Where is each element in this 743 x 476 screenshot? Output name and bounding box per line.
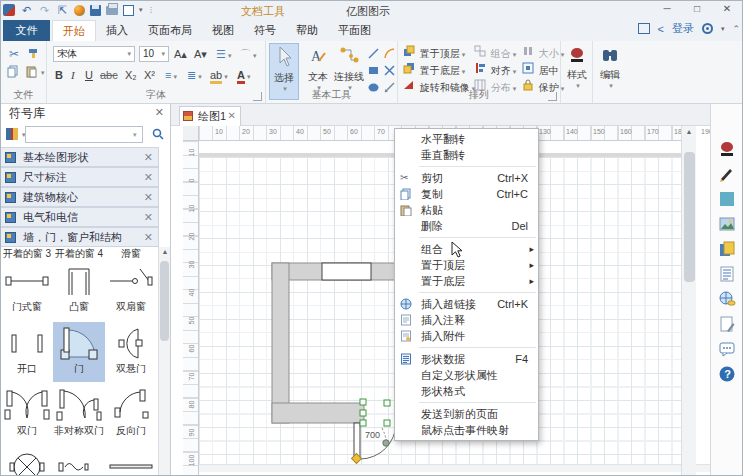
share-icon[interactable]: < [658,23,664,35]
login-link[interactable]: 登录 [672,21,694,36]
symbol-double-hung-door[interactable]: 双悬门 [105,322,157,382]
note-list-icon[interactable] [718,265,736,283]
menu-item-粘贴[interactable]: 粘贴 [395,202,538,218]
hyperlink-icon[interactable] [718,290,736,308]
canvas-horizontal-scrollbar[interactable] [199,464,724,472]
text-arc-icon[interactable]: ⌒▾ [240,46,257,62]
library-close-icon[interactable]: ✕ [144,228,153,246]
symbol-window-caps[interactable]: 门式窗 [1,260,53,320]
font-size-select[interactable]: 10▾ [139,46,169,62]
font-name-select[interactable]: 宋体▾ [53,46,135,62]
door-rotation-handle[interactable] [383,440,389,446]
tab-符号[interactable]: 符号 [244,20,286,41]
subscript-button[interactable]: X₂ [125,67,137,83]
print-preview-icon[interactable] [123,5,134,16]
library-item[interactable]: 尺寸标注✕ [1,167,159,187]
canvas-scroll-up-icon[interactable]: ▲ [683,128,695,135]
help-icon[interactable]: ? [718,365,736,383]
scroll-up-icon[interactable]: ▲ [159,248,171,255]
tab-页面布局[interactable]: 页面布局 [138,20,202,41]
library-item[interactable]: 基本绘图形状✕ [1,147,159,167]
search-history-dropdown-icon[interactable]: ▾ [133,131,137,139]
tab-插入[interactable]: 插入 [96,20,138,41]
tab-file[interactable]: 文件 [3,20,50,41]
italic-button[interactable]: I [71,67,75,83]
bullet-list-icon[interactable]: ≣▾ [187,67,202,83]
library-item[interactable]: 墙，门，窗户和结构✕ [1,227,159,247]
menu-item-组合[interactable]: 组合▸ [395,241,538,257]
symbol-opening[interactable]: 开口 [1,322,53,382]
library-close-icon[interactable]: ✕ [144,188,153,206]
highlight-icon[interactable]: ab▾ [210,67,228,83]
symbol-search-input[interactable] [25,126,143,143]
align-button[interactable]: 对齐▾ [474,62,516,77]
align-text-icon[interactable]: ☰▾ [216,46,231,62]
numbered-list-icon[interactable]: ≡▾ [165,67,177,83]
menu-item-插入注释[interactable]: 插入注释 [395,312,538,328]
canvas-scroll-thumb[interactable] [684,152,695,282]
collapse-ribbon-icon[interactable]: ⌃ [732,24,740,34]
library-close-icon[interactable]: ✕ [144,168,153,186]
tab-平面图[interactable]: 平面图 [328,20,381,41]
style-button[interactable]: 样式▾ [562,43,592,100]
symbol-wall-line[interactable] [105,446,157,476]
grow-font-icon[interactable]: A▴ [174,46,187,62]
customize-qat-icon[interactable]: ⋮ [148,6,155,14]
comment-icon[interactable] [718,340,736,358]
library-close-icon[interactable]: ✕ [144,148,153,166]
font-dialog-launcher[interactable] [253,92,262,101]
menu-item-删除[interactable]: 删除Del [395,218,538,234]
menu-item-垂直翻转[interactable]: 垂直翻转 [395,147,538,163]
paste-icon[interactable] [25,65,38,78]
search-icon[interactable] [152,128,164,140]
cut-icon[interactable]: ✂ [9,47,19,61]
format-painter-icon[interactable] [27,47,40,60]
library-item[interactable]: 电气和电信✕ [1,207,159,227]
upgrade-sphere-icon[interactable] [74,5,85,16]
line-tool-icon[interactable] [367,47,380,60]
symbol-door[interactable]: 门 [53,322,105,382]
maximize-button[interactable]: □ [682,1,712,17]
undo-icon[interactable]: ↶ [20,4,33,17]
document-tab-close-icon[interactable]: ✕ [228,107,236,125]
symbol-pocket-door[interactable] [53,446,105,476]
copy-icon[interactable] [7,65,20,78]
fill-color-icon[interactable] [718,190,736,208]
tab-视图[interactable]: 视图 [202,20,244,41]
symbol-asym-double-door[interactable]: 非对称双门 [53,384,105,444]
background-icon[interactable] [718,240,736,258]
redo-icon[interactable]: ↷ [38,4,51,17]
import-icon[interactable]: ⇱ [56,4,69,17]
arc-tool-icon[interactable] [383,47,396,60]
menu-item-发送到新的页面[interactable]: 发送到新的页面 [395,406,538,422]
menu-item-插入附件[interactable]: 插入附件 [395,328,538,344]
gear-dropdown-icon[interactable]: ▾ [721,25,725,33]
sidebar-scrollbar[interactable]: ▲ [158,247,170,476]
selection-handles[interactable] [360,399,390,426]
menu-item-自定义形状属性[interactable]: 自定义形状属性 [395,367,538,383]
send-to-back-button[interactable]: 置于底层▾ [403,62,465,77]
menu-item-鼠标点击事件映射[interactable]: 鼠标点击事件映射 [395,422,538,438]
symbol-reverse-door[interactable]: 反向门 [105,384,157,444]
tab-开始[interactable]: 开始 [52,20,96,41]
superscript-button[interactable]: X² [144,67,155,83]
save-icon[interactable] [90,5,101,16]
menu-item-插入超链接[interactable]: 插入超链接Ctrl+K [395,296,538,312]
library-item[interactable]: 建筑物核心✕ [1,187,159,207]
settings-gear-icon[interactable] [702,23,713,34]
canvas-vertical-scrollbar[interactable]: ▲ [681,126,696,476]
format-icon[interactable] [718,165,736,183]
freeform-tool-icon[interactable] [383,64,396,77]
picture-icon[interactable] [718,215,736,233]
menu-item-剪切[interactable]: ✂剪切Ctrl+X [395,170,538,186]
close-button[interactable]: ✕ [712,1,742,17]
sidebar-scroll-thumb[interactable] [160,261,169,341]
library-picker-icon[interactable] [6,128,18,140]
attachment-icon[interactable] [718,315,736,333]
minimize-button[interactable]: ─ [652,1,682,17]
edit-button[interactable]: 编辑▾ [595,43,625,100]
panel-close-icon[interactable]: ✕ [155,106,164,119]
window-shape[interactable] [322,263,371,280]
symbol-window-bay[interactable]: 凸窗 [53,260,105,320]
wall-left[interactable] [272,263,289,423]
